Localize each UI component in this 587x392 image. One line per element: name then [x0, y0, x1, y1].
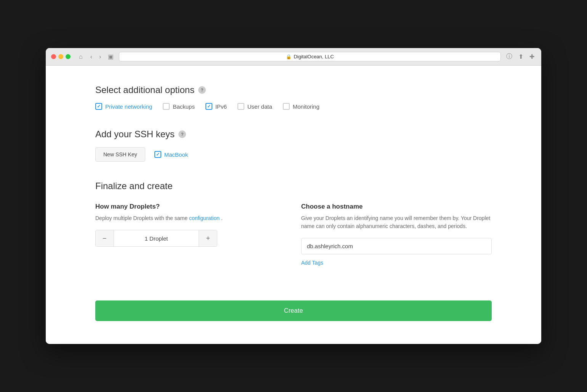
toolbar-actions: ⓘ ⬆ ✚	[505, 52, 536, 61]
lock-icon: 🔒	[286, 54, 292, 59]
checkbox-monitoring[interactable]: Monitoring	[283, 103, 319, 110]
checkbox-ipv6-label: IPv6	[215, 103, 227, 110]
decrease-droplets-button[interactable]: −	[96, 230, 114, 246]
droplets-col: How many Droplets? Deploy multiple Dropl…	[95, 203, 286, 266]
page-content: Select additional options ? Private netw…	[46, 66, 541, 344]
home-button[interactable]: ⌂	[77, 53, 85, 61]
increase-droplets-button[interactable]: +	[199, 230, 217, 246]
hostname-input[interactable]	[301, 238, 492, 254]
droplets-col-title: How many Droplets?	[95, 203, 286, 210]
desc-suffix: .	[220, 215, 223, 221]
desc-prefix: Deploy multiple Droplets with the same	[95, 215, 189, 221]
browser-window: ⌂ ‹ › ▣ 🔒 DigitalOcean, LLC ⓘ ⬆ ✚ Select…	[46, 48, 541, 344]
finalize-section: Finalize and create How many Droplets? D…	[95, 181, 492, 266]
back-button[interactable]: ‹	[89, 53, 94, 61]
additional-options-help[interactable]: ?	[198, 86, 206, 94]
info-button[interactable]: ⓘ	[505, 52, 514, 61]
additional-options-section: Select additional options ? Private netw…	[95, 85, 492, 110]
quantity-value: 1	[145, 235, 148, 242]
checkbox-user-data-label: User data	[247, 103, 272, 110]
maximize-button[interactable]	[66, 54, 71, 59]
tab-button[interactable]: ▣	[106, 53, 115, 61]
droplets-col-desc: Deploy multiple Droplets with the same c…	[95, 214, 286, 222]
configuration-link[interactable]: configuration	[189, 215, 220, 221]
checkbox-monitoring-box[interactable]	[283, 103, 290, 110]
checkbox-backups-box[interactable]	[163, 103, 170, 110]
quantity-display: 1 Droplet	[114, 230, 199, 246]
address-bar[interactable]: 🔒 DigitalOcean, LLC	[119, 52, 501, 61]
finalize-grid: How many Droplets? Deploy multiple Dropl…	[95, 203, 492, 266]
quantity-unit: Droplet	[149, 235, 168, 242]
checkbox-monitoring-label: Monitoring	[293, 103, 319, 110]
checkbox-private-networking-box[interactable]	[95, 103, 102, 110]
new-tab-button[interactable]: ✚	[528, 52, 536, 61]
ssh-row: New SSH Key MacBook	[95, 147, 492, 162]
create-button[interactable]: Create	[95, 300, 492, 321]
traffic-lights	[51, 54, 71, 59]
quantity-control: − 1 Droplet +	[95, 230, 217, 247]
ssh-keys-help[interactable]: ?	[178, 130, 186, 138]
share-button[interactable]: ⬆	[517, 52, 525, 61]
finalize-title: Finalize and create	[95, 181, 492, 191]
checkbox-private-networking-label: Private networking	[105, 103, 152, 110]
hostname-col-title: Choose a hostname	[301, 203, 492, 210]
checkbox-user-data-box[interactable]	[237, 103, 244, 110]
additional-options-title: Select additional options ?	[95, 85, 492, 95]
checkbox-user-data[interactable]: User data	[237, 103, 272, 110]
new-ssh-key-button[interactable]: New SSH Key	[95, 147, 145, 162]
forward-button[interactable]: ›	[98, 53, 103, 61]
ssh-key-macbook-label: MacBook	[164, 151, 188, 158]
checkbox-ipv6-box[interactable]	[205, 103, 212, 110]
close-button[interactable]	[51, 54, 56, 59]
hostname-col: Choose a hostname Give your Droplets an …	[301, 203, 492, 266]
checkbox-backups[interactable]: Backups	[163, 103, 195, 110]
ssh-keys-section: Add your SSH keys ? New SSH Key MacBook	[95, 129, 492, 162]
checkbox-backups-label: Backups	[173, 103, 195, 110]
checkbox-private-networking[interactable]: Private networking	[95, 103, 152, 110]
checkbox-ipv6[interactable]: IPv6	[205, 103, 227, 110]
hostname-col-desc: Give your Droplets an identifying name y…	[301, 214, 492, 230]
ssh-key-macbook[interactable]: MacBook	[154, 151, 188, 158]
ssh-keys-title: Add your SSH keys ?	[95, 129, 492, 140]
browser-toolbar: ⌂ ‹ › ▣ 🔒 DigitalOcean, LLC ⓘ ⬆ ✚	[46, 48, 541, 66]
url-text: DigitalOcean, LLC	[294, 54, 334, 59]
add-tags-link[interactable]: Add Tags	[301, 260, 323, 266]
ssh-key-macbook-checkbox[interactable]	[154, 151, 161, 158]
options-checkbox-row: Private networking Backups IPv6 User dat…	[95, 103, 492, 110]
minimize-button[interactable]	[58, 54, 63, 59]
